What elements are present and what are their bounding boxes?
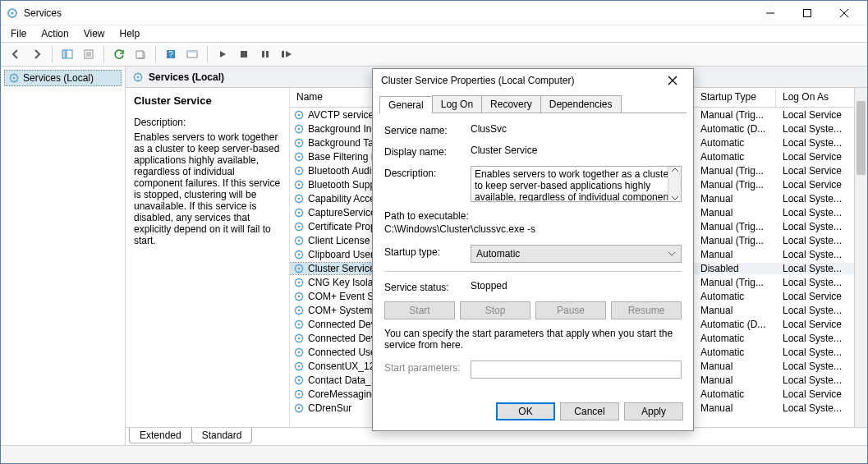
service-startup-cell: Automatic [694, 291, 776, 302]
stop-service-button[interactable] [234, 44, 254, 64]
label-startup-type: Startup type: [384, 245, 471, 258]
start-params-input[interactable] [471, 361, 682, 379]
dialog-tab-logon[interactable]: Log On [432, 95, 482, 113]
description-textbox[interactable]: Enables servers to work together as a cl… [471, 166, 682, 202]
toolbar-separator [103, 46, 104, 62]
window-title: Services [24, 7, 751, 19]
minimize-button[interactable] [751, 1, 788, 25]
dialog-tab-dependencies[interactable]: Dependencies [540, 95, 622, 113]
ok-button[interactable]: OK [496, 402, 555, 420]
toolbar-separator [155, 46, 156, 62]
gear-icon [293, 263, 305, 274]
refresh-button[interactable] [109, 44, 129, 64]
pause-service-button[interactable] [255, 44, 275, 64]
value-description: Enables servers to work together as a cl… [475, 168, 672, 202]
service-name: Bluetooth Audio [308, 165, 377, 177]
service-name: AVCTP service [308, 109, 374, 121]
gear-icon [293, 347, 305, 358]
service-startup-cell: Manual (Trig... [694, 179, 776, 191]
startup-type-select[interactable]: Automatic [471, 245, 682, 263]
menu-help[interactable]: Help [113, 26, 147, 41]
stop-button[interactable]: Stop [460, 301, 530, 319]
maximize-button[interactable] [788, 1, 825, 25]
gear-icon [293, 165, 305, 177]
svg-point-32 [298, 197, 301, 200]
service-logon-cell: Local Syste... [776, 193, 854, 204]
label-service-status: Service status: [384, 280, 471, 293]
label-display-name: Display name: [384, 145, 471, 158]
service-startup-cell: Automatic [694, 347, 776, 358]
dialog-close-button[interactable] [660, 71, 685, 90]
pause-button[interactable]: Pause [535, 301, 606, 319]
svg-point-40 [298, 253, 301, 255]
services-window: Services File Action View Help ? [0, 0, 868, 464]
forward-button[interactable] [27, 44, 47, 64]
service-startup-cell: Manual [694, 207, 776, 218]
tab-extended[interactable]: Extended [129, 428, 192, 443]
service-name: CDrenSur [308, 402, 351, 414]
svg-point-16 [13, 77, 16, 80]
service-logon-cell: Local Syste... [776, 277, 854, 288]
show-hide-tree-button[interactable] [57, 44, 77, 64]
dialog-title: Cluster Service Properties (Local Comput… [381, 75, 660, 86]
start-service-button[interactable] [213, 44, 232, 64]
tree-node-services-local[interactable]: Services (Local) [4, 70, 122, 86]
svg-point-18 [137, 76, 140, 78]
column-startup[interactable]: Startup Type [694, 88, 776, 107]
close-button[interactable] [825, 1, 862, 25]
resume-button[interactable]: Resume [611, 301, 682, 319]
help-button[interactable]: ? [161, 44, 181, 64]
divider [384, 271, 682, 272]
service-logon-cell: Local Service [776, 109, 854, 121]
extended-description-pane: Cluster Service Description: Enables ser… [126, 88, 290, 427]
vertical-scrollbar[interactable] [854, 88, 867, 427]
service-logon-cell: Local Syste... [776, 207, 854, 218]
restart-service-button[interactable] [277, 44, 296, 64]
svg-point-50 [298, 323, 301, 325]
start-button[interactable]: Start [384, 301, 455, 319]
description-scroll[interactable] [668, 167, 681, 201]
console-button[interactable] [182, 44, 202, 64]
gear-icon [293, 361, 305, 372]
svg-point-28 [298, 169, 301, 172]
menu-action[interactable]: Action [34, 26, 75, 41]
svg-point-56 [298, 365, 301, 367]
svg-point-58 [298, 379, 301, 381]
dialog-tab-general[interactable]: General [379, 96, 433, 113]
service-logon-cell: Local Service [776, 179, 854, 191]
cancel-button[interactable]: Cancel [560, 402, 619, 420]
toolbar-separator [52, 46, 53, 62]
tree-panel: Services (Local) [1, 67, 126, 445]
menu-file[interactable]: File [4, 26, 33, 41]
titlebar: Services [1, 1, 867, 25]
service-logon-cell: Local Syste... [776, 249, 854, 260]
service-startup-cell: Automatic [694, 388, 776, 400]
export-button[interactable] [131, 44, 150, 64]
tab-standard[interactable]: Standard [191, 428, 253, 443]
service-startup-cell: Manual [694, 402, 776, 414]
scrollbar-thumb[interactable] [857, 101, 866, 175]
properties-button[interactable] [79, 44, 99, 64]
service-startup-cell: Manual (Trig... [694, 277, 776, 288]
apply-button[interactable]: Apply [624, 402, 683, 420]
dialog-tab-recovery[interactable]: Recovery [481, 95, 541, 113]
menu-view[interactable]: View [77, 26, 112, 41]
gear-icon [293, 402, 305, 414]
service-startup-cell: Automatic (D... [694, 319, 776, 330]
toolbar: ? [1, 42, 867, 67]
back-button[interactable] [6, 44, 25, 64]
service-control-buttons: Start Stop Pause Resume [384, 301, 682, 319]
service-logon-cell: Local Service [776, 151, 854, 163]
service-logon-cell: Local Syste... [776, 347, 854, 358]
dialog-tabs: General Log On Recovery Dependencies [379, 95, 687, 113]
dialog-body: Service name: ClusSvc Display name: Clus… [373, 113, 693, 396]
svg-point-44 [298, 281, 301, 283]
gear-icon [293, 123, 305, 135]
svg-rect-4 [67, 50, 72, 58]
svg-point-36 [298, 225, 301, 227]
gear-icon [293, 388, 305, 400]
gear-icon [293, 333, 305, 344]
service-name: Cluster Service [308, 263, 374, 274]
service-startup-cell: Automatic [694, 137, 776, 149]
column-logon[interactable]: Log On As [776, 88, 854, 107]
